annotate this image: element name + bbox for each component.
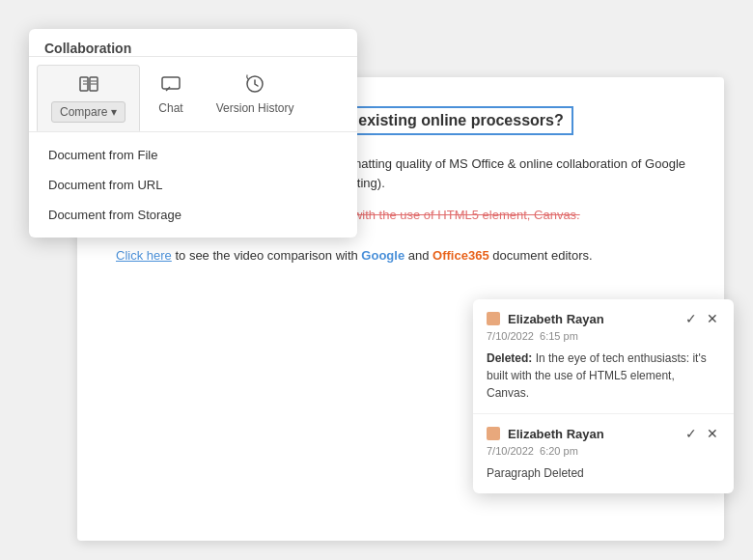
version-date-1: 7/10/2022 6:15 pm [487, 330, 720, 342]
version-history-label: Version History [216, 101, 294, 115]
version-user-name-1: Elizabeth Rayan [508, 312, 604, 326]
compare-menu: Document from File Document from URL Doc… [29, 131, 357, 238]
deleted-label-1: Deleted: [487, 351, 532, 365]
compare-icon [78, 73, 99, 98]
reject-button-1[interactable]: ✕ [705, 311, 720, 326]
google-link[interactable]: Google [361, 248, 404, 263]
version-entry-1: Elizabeth Rayan ✓ ✕ 7/10/2022 6:15 pm De… [473, 299, 734, 414]
collaboration-header: Collaboration [29, 29, 357, 57]
version-actions-2: ✓ ✕ [683, 426, 720, 441]
reject-button-2[interactable]: ✕ [705, 426, 720, 441]
menu-item-document-from-file[interactable]: Document from File [29, 140, 357, 170]
version-content-2: Paragraph Deleted [487, 464, 720, 482]
version-user-1: Elizabeth Rayan [487, 312, 604, 326]
document-link-area: Click here to see the video comparison w… [116, 246, 685, 266]
accept-button-2[interactable]: ✓ [683, 426, 699, 441]
tab-version-history[interactable]: Version History [202, 65, 309, 131]
version-entry-2-header: Elizabeth Rayan ✓ ✕ [487, 426, 720, 441]
version-actions-1: ✓ ✕ [683, 311, 720, 326]
compare-dropdown-btn[interactable]: Compare ▾ [51, 101, 126, 123]
version-user-name-2: Elizabeth Rayan [508, 427, 604, 441]
collaboration-panel: Collaboration Compare ▾ [29, 29, 357, 238]
collaboration-tabs: Compare ▾ Chat Version History [29, 65, 357, 131]
link-text-middle: to see the video comparison with [175, 248, 361, 263]
link-text-end: and [408, 248, 432, 263]
version-entry-1-header: Elizabeth Rayan ✓ ✕ [487, 311, 720, 326]
chat-icon [160, 73, 181, 98]
user-avatar-2 [487, 427, 500, 440]
collaboration-title: Collaboration [44, 41, 131, 56]
tab-compare[interactable]: Compare ▾ [37, 65, 140, 131]
version-date-2: 7/10/2022 6:20 pm [487, 445, 720, 457]
compare-chevron-icon: ▾ [111, 105, 117, 119]
user-avatar-1 [487, 312, 500, 325]
link-tail: document editors. [492, 248, 592, 263]
version-history-panel: Elizabeth Rayan ✓ ✕ 7/10/2022 6:15 pm De… [473, 299, 734, 493]
menu-item-document-from-storage[interactable]: Document from Storage [29, 200, 357, 230]
version-user-2: Elizabeth Rayan [487, 427, 604, 441]
click-here-link[interactable]: Click here [116, 248, 172, 263]
version-content-1: Deleted: In the eye of tech enthusiasts:… [487, 350, 720, 402]
tab-chat[interactable]: Chat [144, 65, 197, 131]
compare-label: Compare [60, 105, 107, 119]
version-history-icon [244, 73, 265, 98]
version-entry-2: Elizabeth Rayan ✓ ✕ 7/10/2022 6:20 pm Pa… [473, 414, 734, 493]
version-text-2: Paragraph Deleted [487, 466, 584, 480]
chat-label: Chat [158, 101, 182, 115]
svg-rect-6 [162, 77, 180, 89]
menu-item-document-from-url[interactable]: Document from URL [29, 170, 357, 200]
office365-link[interactable]: Office365 [432, 248, 489, 263]
accept-button-1[interactable]: ✓ [683, 311, 699, 326]
